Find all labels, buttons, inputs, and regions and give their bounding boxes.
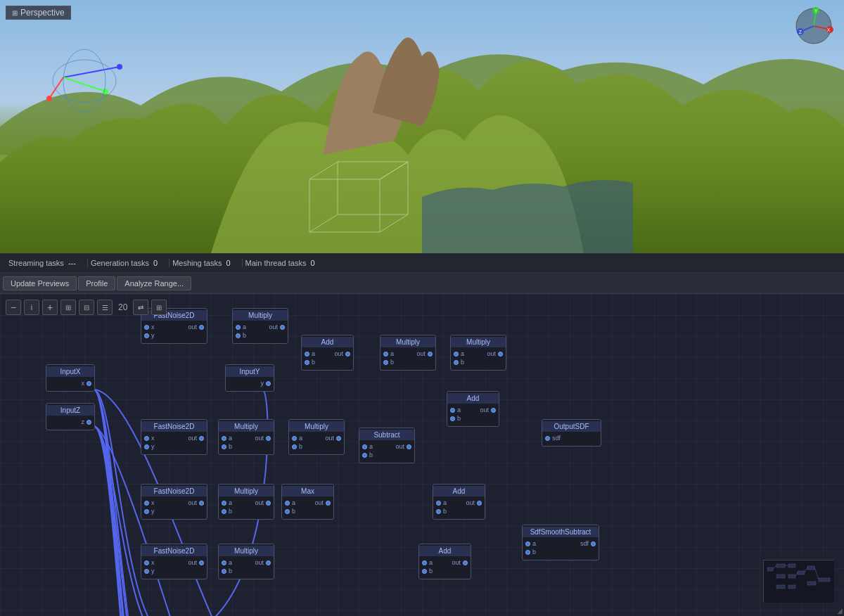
node-fastnoise3-y-port[interactable]: [144, 509, 149, 514]
node-add1-b-port[interactable]: [305, 360, 309, 365]
node-multiply7-a-port[interactable]: [222, 560, 226, 565]
svg-rect-27: [776, 585, 785, 589]
node-fastnoise2[interactable]: FastNoise2D x out y: [141, 419, 207, 455]
node-fastnoise4-out-port[interactable]: [199, 560, 204, 565]
list-button[interactable]: ☰: [97, 300, 113, 315]
node-multiply2-a-port[interactable]: [222, 436, 226, 441]
node-add4[interactable]: Add a out b: [418, 544, 471, 579]
node-multiply3-out-port[interactable]: [336, 436, 341, 441]
node-inputz[interactable]: InputZ z: [46, 403, 95, 430]
3d-viewport[interactable]: ⊞ Perspective X Y Z: [0, 0, 844, 253]
node-graph[interactable]: − i + ⊞ ⊟ ☰ 20 ⇄ ⊞ .wire { fill: none; s…: [0, 294, 844, 616]
node-max[interactable]: Max a out b: [281, 484, 334, 520]
node-max-out-port[interactable]: [326, 501, 331, 506]
node-multiply2[interactable]: Multiply a out b: [218, 419, 274, 455]
node-multiply3-b-port[interactable]: [292, 444, 297, 449]
node-multiply3[interactable]: Multiply a out b: [288, 419, 345, 455]
node-fastnoise2-out-port[interactable]: [199, 436, 204, 441]
update-previews-button[interactable]: Update Previews: [3, 276, 77, 290]
arrange-button[interactable]: ⊞: [151, 300, 167, 315]
zoom-out-button[interactable]: −: [6, 300, 21, 315]
node-add1-out-port[interactable]: [345, 352, 350, 357]
node-subtract-b-port[interactable]: [362, 453, 367, 458]
node-multiply4-a-port[interactable]: [383, 352, 388, 357]
node-inputy-out-port[interactable]: [266, 381, 271, 386]
grid-toggle-button[interactable]: ⊞: [60, 300, 76, 315]
node-add2-a-port[interactable]: [450, 408, 455, 413]
node-add4-out-port[interactable]: [463, 560, 468, 565]
mini-map[interactable]: [763, 560, 833, 602]
node-sdf-smooth-subtract-b-port[interactable]: [525, 550, 530, 555]
node-multiply5-title: Multiply: [451, 337, 506, 347]
node-fastnoise4-y-port[interactable]: [144, 569, 149, 574]
node-sdf-smooth-subtract-sdf-port[interactable]: [591, 541, 596, 546]
node-multiply6-b-port[interactable]: [222, 509, 226, 514]
node-multiply1-a-port[interactable]: [236, 325, 241, 330]
node-add2-out-port[interactable]: [491, 408, 496, 413]
node-add2[interactable]: Add a out b: [447, 391, 499, 427]
zoom-in-button[interactable]: +: [42, 300, 58, 315]
analyze-range-button[interactable]: Analyze Range...: [117, 276, 191, 290]
node-outputsdf-title: OutputSDF: [542, 421, 601, 432]
node-fastnoise2-x-port[interactable]: [144, 436, 149, 441]
node-multiply6-a-port[interactable]: [222, 501, 226, 506]
node-add4-a-port[interactable]: [422, 560, 427, 565]
node-add4-b-port[interactable]: [422, 569, 427, 574]
info-button[interactable]: i: [24, 300, 39, 315]
node-fastnoise4-x-port[interactable]: [144, 560, 149, 565]
node-sdf-smooth-subtract-a-port[interactable]: [525, 541, 530, 546]
node-multiply7[interactable]: Multiply a out b: [218, 544, 274, 579]
node-fastnoise1-y-port[interactable]: [144, 333, 149, 338]
node-multiply5-a-port[interactable]: [454, 352, 459, 357]
node-multiply1[interactable]: Multiply a out b: [232, 308, 288, 344]
node-multiply6[interactable]: Multiply a out b: [218, 484, 274, 520]
node-multiply5-out-port[interactable]: [498, 352, 503, 357]
node-multiply4-out-port[interactable]: [428, 352, 433, 357]
node-add1[interactable]: Add a out b: [301, 335, 354, 371]
resize-handle[interactable]: ◢: [837, 607, 843, 615]
node-multiply1-b-port[interactable]: [236, 333, 241, 338]
node-add3[interactable]: Add a out b: [433, 484, 485, 520]
streaming-tasks-item: Streaming tasks ---: [6, 259, 88, 267]
node-add3-a-port[interactable]: [436, 501, 441, 506]
node-fastnoise4[interactable]: FastNoise2D x out y: [141, 544, 207, 579]
node-inputy[interactable]: InputY y: [225, 364, 274, 392]
node-fastnoise3-x-port[interactable]: [144, 501, 149, 506]
node-multiply5-b-port[interactable]: [454, 360, 459, 365]
node-multiply4[interactable]: Multiply a out b: [380, 335, 436, 371]
node-multiply1-out-port[interactable]: [280, 325, 285, 330]
layout-button[interactable]: ⊟: [79, 300, 94, 315]
node-multiply7-title: Multiply: [219, 546, 274, 556]
node-multiply7-out-port[interactable]: [266, 560, 271, 565]
node-subtract-out-port[interactable]: [407, 444, 411, 449]
node-max-a-port[interactable]: [285, 501, 290, 506]
node-inputx-out-port[interactable]: [87, 381, 91, 386]
node-multiply2-b-port[interactable]: [222, 444, 226, 449]
profile-button[interactable]: Profile: [78, 276, 115, 290]
node-subtract[interactable]: Subtract a out b: [359, 428, 415, 463]
node-add3-out-port[interactable]: [477, 501, 482, 506]
node-add3-b-port[interactable]: [436, 509, 441, 514]
node-fastnoise1-x-port[interactable]: [144, 325, 149, 330]
node-multiply7-b-port[interactable]: [222, 569, 226, 574]
node-outputsdf-sdf-port[interactable]: [545, 436, 550, 441]
node-max-b-port[interactable]: [285, 509, 290, 514]
node-multiply6-out-port[interactable]: [266, 501, 271, 506]
node-fastnoise3-out-port[interactable]: [199, 501, 204, 506]
svg-rect-21: [776, 564, 785, 567]
node-multiply5[interactable]: Multiply a out b: [450, 335, 506, 371]
node-multiply3-a-port[interactable]: [292, 436, 297, 441]
node-fastnoise3[interactable]: FastNoise2D x out y: [141, 484, 207, 520]
node-multiply4-b-port[interactable]: [383, 360, 388, 365]
node-add1-a-port[interactable]: [305, 352, 309, 357]
node-multiply6-title: Multiply: [219, 486, 274, 496]
node-fastnoise2-y-port[interactable]: [144, 444, 149, 449]
node-sdf-smooth-subtract[interactable]: SdfSmoothSubtract a sdf b: [522, 525, 599, 560]
node-add2-b-port[interactable]: [450, 416, 455, 421]
node-inputz-out-port[interactable]: [87, 420, 91, 425]
node-fastnoise1-out-port[interactable]: [199, 325, 204, 330]
node-subtract-a-port[interactable]: [362, 444, 367, 449]
node-multiply2-out-port[interactable]: [266, 436, 271, 441]
node-inputx[interactable]: InputX x: [46, 364, 95, 392]
node-outputsdf[interactable]: OutputSDF sdf: [542, 419, 601, 447]
